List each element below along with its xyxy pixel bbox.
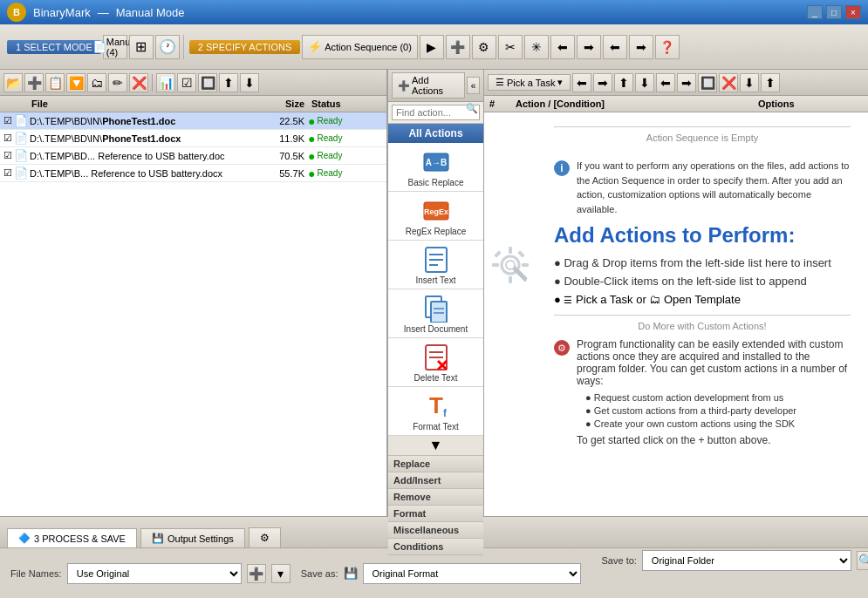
- save-to-browse-btn[interactable]: 🔍: [857, 551, 868, 570]
- manual-button[interactable]: 📄 Manual (4): [103, 35, 127, 59]
- toolbar-btn-3[interactable]: ⚙: [472, 35, 496, 59]
- right-btn-7[interactable]: 🔲: [698, 73, 717, 92]
- file-icon: 📄: [14, 114, 30, 127]
- toolbar-btn-7[interactable]: ➡: [577, 35, 601, 59]
- close-button[interactable]: ×: [845, 5, 861, 19]
- more-actions-btn[interactable]: ▼: [388, 436, 483, 456]
- file-btn-11[interactable]: ⬆: [219, 73, 238, 92]
- delete-text-icon: [422, 343, 450, 371]
- right-btn-10[interactable]: ⬆: [761, 73, 780, 92]
- save-to-label: Save to:: [602, 555, 637, 566]
- right-btn-8[interactable]: ❌: [719, 73, 738, 92]
- add-file-btn[interactable]: 📂: [3, 73, 23, 92]
- category-add-insert[interactable]: Add/Insert: [388, 472, 483, 489]
- collapse-button[interactable]: «: [467, 77, 480, 94]
- pick-task-button[interactable]: ☰ Pick a Task ▾: [488, 74, 571, 91]
- toolbar-btn-5[interactable]: ✳: [524, 35, 549, 59]
- category-remove[interactable]: Remove: [388, 489, 483, 506]
- file-names-down-btn[interactable]: ▾: [271, 564, 290, 583]
- category-conditions[interactable]: Conditions: [388, 539, 483, 555]
- add-actions-button[interactable]: ➕ Add Actions: [392, 72, 465, 99]
- file-size: 55.7K: [247, 168, 308, 179]
- table-row[interactable]: ☑ 📄 D:\.TEMP\B... Reference to USB batte…: [0, 165, 386, 182]
- col-hash-header: #: [489, 99, 516, 109]
- right-btn-6[interactable]: ➡: [677, 73, 696, 92]
- toolbar-btn-8[interactable]: ⬅: [603, 35, 627, 59]
- action-regex-replace[interactable]: RegEx RegEx Replace: [388, 192, 483, 241]
- select-mode-label: 1 SELECT MODE: [7, 40, 101, 54]
- category-format[interactable]: Format: [388, 506, 483, 522]
- file-btn-9[interactable]: ☑: [177, 73, 196, 92]
- svg-rect-9: [431, 302, 447, 323]
- right-btn-3[interactable]: ⬆: [614, 73, 633, 92]
- search-icon: 🔍: [466, 103, 478, 114]
- svg-text:f: f: [443, 407, 448, 419]
- action-seq-button[interactable]: ⚡ Action Sequence (0): [302, 35, 418, 59]
- col-status-header: Status: [308, 99, 386, 109]
- right-btn-5[interactable]: ⬅: [656, 73, 675, 92]
- actions-section: 2 SPECIFY ACTIONS ⚡ Action Sequence (0) …: [186, 35, 683, 59]
- custom-desc: Program functionality can be easily exte…: [577, 338, 851, 387]
- right-btn-9[interactable]: ⬇: [740, 73, 759, 92]
- tab-output-settings[interactable]: 💾 Output Settings: [140, 528, 245, 547]
- tab-process-save[interactable]: 🔷 3 PROCESS & SAVE: [7, 528, 137, 547]
- table-row[interactable]: ☑ 📄 D:\.TEMP\BD\IN\PhoneTest1.doc 22.5K …: [0, 112, 386, 130]
- insert-text-icon: [422, 246, 450, 274]
- file-status: ●Ready: [308, 132, 386, 146]
- save-as-select[interactable]: Original Format: [363, 563, 581, 584]
- table-row[interactable]: ☑ 📄 D:\.TEMP\BD... Reference to USB batt…: [0, 147, 386, 165]
- file-btn-2[interactable]: ➕: [24, 73, 44, 92]
- action-insert-document[interactable]: Insert Document: [388, 289, 483, 338]
- right-btn-2[interactable]: ➡: [593, 73, 612, 92]
- view-button[interactable]: ⊞: [129, 35, 154, 59]
- decorative-panel: [484, 112, 537, 516]
- right-btn-1[interactable]: ⬅: [572, 73, 591, 92]
- file-checkbox[interactable]: ☑: [0, 167, 14, 179]
- file-btn-4[interactable]: 🔽: [66, 73, 85, 92]
- file-names-select[interactable]: Use Original: [67, 563, 242, 584]
- svg-rect-21: [509, 247, 512, 254]
- custom-footer: To get started click on the + button abo…: [577, 434, 851, 446]
- file-btn-8[interactable]: 📊: [156, 73, 175, 92]
- toolbar-btn-10[interactable]: ❓: [655, 35, 680, 59]
- file-size: 22.5K: [247, 116, 308, 126]
- action-delete-text[interactable]: Delete Text: [388, 338, 483, 387]
- file-btn-6[interactable]: ✏: [108, 73, 127, 92]
- bullet-3: ● ☰ Pick a Task or 🗂 Open Template: [554, 293, 851, 306]
- file-btn-5[interactable]: 🗂: [87, 73, 106, 92]
- toolbar-btn-9[interactable]: ➡: [629, 35, 653, 59]
- table-row[interactable]: ☑ 📄 D:\.TEMP\BD\IN\PhoneTest1.docx 11.9K…: [0, 130, 386, 147]
- toolbar-btn-6[interactable]: ⬅: [550, 35, 575, 59]
- action-format-text[interactable]: T f Format Text: [388, 387, 483, 436]
- file-btn-3[interactable]: 📋: [45, 73, 65, 92]
- toolbar-btn-1[interactable]: ▶: [420, 35, 444, 59]
- tab-gear[interactable]: ⚙: [249, 527, 281, 547]
- file-icon: 📄: [14, 149, 30, 162]
- file-table-body: ☑ 📄 D:\.TEMP\BD\IN\PhoneTest1.doc 22.5K …: [0, 112, 386, 516]
- minimize-button[interactable]: _: [807, 5, 823, 19]
- file-checkbox[interactable]: ☑: [0, 150, 14, 161]
- info-icon: i: [554, 160, 570, 176]
- file-btn-7[interactable]: ❌: [129, 73, 148, 92]
- toolbar-btn-4[interactable]: ✂: [498, 35, 523, 59]
- save-to-select[interactable]: Original Folder: [642, 550, 851, 571]
- maximize-button[interactable]: □: [826, 5, 842, 19]
- toolbar-btn-2[interactable]: ➕: [446, 35, 470, 59]
- clock-button[interactable]: 🕐: [155, 35, 180, 59]
- file-checkbox[interactable]: ☑: [0, 115, 14, 126]
- right-toolbar: ☰ Pick a Task ▾ ⬅ ➡ ⬆ ⬇ ⬅ ➡ 🔲 ❌ ⬇ ⬆: [484, 70, 868, 96]
- category-replace[interactable]: Replace: [388, 456, 483, 472]
- regex-replace-label: RegEx Replace: [406, 227, 466, 236]
- file-icon: 📄: [14, 166, 30, 180]
- file-btn-12[interactable]: ⬇: [240, 73, 259, 92]
- window-controls[interactable]: _ □ ×: [807, 5, 861, 19]
- file-names-add-btn[interactable]: ➕: [247, 564, 266, 583]
- delete-text-label: Delete Text: [414, 373, 458, 383]
- category-misc[interactable]: Miscellaneous: [388, 522, 483, 539]
- file-btn-10[interactable]: 🔲: [198, 73, 217, 92]
- specify-actions-label: 2 SPECIFY ACTIONS: [189, 40, 300, 54]
- right-btn-4[interactable]: ⬇: [635, 73, 654, 92]
- file-checkbox[interactable]: ☑: [0, 133, 14, 144]
- action-basic-replace[interactable]: A→B Basic Replace: [388, 143, 483, 192]
- action-insert-text[interactable]: Insert Text: [388, 241, 483, 289]
